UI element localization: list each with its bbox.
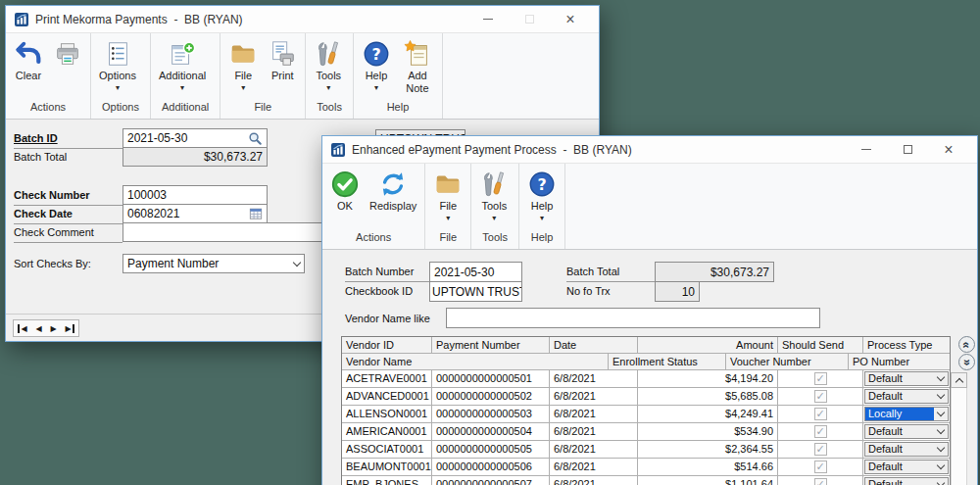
folder-icon — [433, 170, 463, 199]
check-date-field[interactable]: 06082021 — [122, 204, 268, 223]
file-button[interactable]: File ▾ — [428, 170, 467, 222]
batch-number-label: Batch Number — [345, 262, 429, 282]
group-label-actions: Actions — [325, 229, 421, 249]
check-number-field[interactable]: 100003 — [122, 185, 268, 205]
record-previous-icon[interactable]: ◀ — [35, 324, 41, 333]
table-row[interactable]: ADVANCED0001 0000000000000502 6/8/2021 $… — [342, 388, 950, 406]
group-label-tools: Tools — [309, 99, 350, 119]
ribbon-group-file: File ▾ File — [425, 164, 471, 249]
double-chevron-up-button[interactable]: « — [958, 336, 975, 353]
redisplay-refresh-icon — [378, 170, 408, 199]
checkbook-id-field[interactable]: UPTOWN TRUST — [429, 281, 522, 302]
add-note-button[interactable]: Add Note — [396, 39, 439, 95]
record-last-icon[interactable]: ▶ — [65, 324, 74, 333]
grid-right-rail: « « — [951, 336, 976, 485]
no-fo-trx-label: No fo Trx — [566, 281, 655, 302]
table-row[interactable]: EMP_BJONES 0000000000000507 6/8/2021 $1,… — [342, 476, 950, 485]
table-row[interactable]: AMERICAN0001 0000000000000504 6/8/2021 $… — [342, 423, 950, 441]
options-button[interactable]: Options ▾ — [94, 39, 141, 92]
maximize-button[interactable] — [887, 137, 928, 163]
minimize-button[interactable] — [467, 7, 509, 32]
additional-button[interactable]: Additional ▾ — [154, 39, 211, 92]
add-note-icon — [403, 39, 432, 69]
col-header-date: Date — [550, 337, 638, 354]
should-send-checkbox[interactable]: ✓ — [814, 478, 827, 485]
tools-button[interactable]: Tools ▾ — [309, 39, 348, 92]
close-icon: × — [944, 142, 953, 158]
table-row[interactable]: ASSOCIAT0001 0000000000000505 6/8/2021 $… — [342, 441, 950, 459]
batch-id-field[interactable]: 2021-05-30 — [122, 128, 268, 148]
should-send-checkbox[interactable]: ✓ — [814, 425, 827, 438]
magnifier-icon[interactable] — [248, 131, 263, 146]
tools-button[interactable]: Tools ▾ — [474, 170, 514, 222]
minimize-button[interactable] — [846, 137, 887, 163]
maximize-icon — [904, 145, 912, 154]
process-type-combo-selected[interactable]: Locally — [864, 407, 949, 421]
window1-titlebar: Print Mekorma Payments - BB (RYAN) × — [6, 6, 599, 33]
chevron-down-icon: ▾ — [446, 214, 450, 222]
col-header-amount: Amount — [638, 337, 778, 354]
window2-title: Enhanced ePayment Payment Process - BB (… — [352, 143, 632, 157]
should-send-checkbox[interactable]: ✓ — [814, 390, 827, 403]
batch-total-label: Batch Total — [566, 262, 655, 282]
vertical-scrollbar[interactable] — [951, 388, 967, 485]
group-label-help: Help — [522, 229, 562, 249]
calendar-icon[interactable] — [249, 207, 263, 220]
process-type-combo[interactable]: Default — [864, 477, 949, 485]
print-icon-button[interactable] — [48, 39, 87, 69]
vendor-name-like-input[interactable] — [446, 308, 820, 328]
should-send-checkbox[interactable]: ✓ — [814, 372, 827, 385]
double-chevron-down-button[interactable]: « — [958, 354, 975, 370]
window1-ribbon: Clear Actions Options ▾ Options — [6, 33, 599, 120]
ok-button[interactable]: OK — [325, 170, 365, 213]
redisplay-button[interactable]: Redisplay — [365, 170, 421, 213]
should-send-checkbox[interactable]: ✓ — [814, 461, 827, 473]
sort-checks-by-label: Sort Checks By: — [14, 254, 122, 273]
vendor-name-like-label: Vendor Name like — [345, 309, 430, 328]
record-next-icon[interactable]: ▶ — [50, 324, 56, 333]
chevron-down-icon — [934, 465, 948, 468]
ribbon-group-actions: OK Redisplay Actions — [322, 164, 425, 249]
chevron-down-icon — [294, 262, 300, 266]
group-label-additional: Additional — [154, 99, 217, 119]
payments-grid: Vendor ID Payment Number Date Amount Sho… — [341, 336, 951, 485]
table-row[interactable]: ALLENSON0001 0000000000000503 6/8/2021 $… — [342, 406, 950, 423]
clear-button[interactable]: Clear — [9, 39, 48, 82]
chevron-down-icon: ▾ — [241, 83, 245, 92]
process-type-combo[interactable]: Default — [864, 424, 949, 439]
group-label-file: File — [223, 99, 302, 119]
file-button[interactable]: File ▾ — [223, 39, 263, 92]
bar-chart-app-icon — [330, 142, 346, 158]
table-row[interactable]: ACETRAVE0001 0000000000000501 6/8/2021 $… — [342, 370, 950, 388]
scroll-up-button[interactable] — [951, 372, 967, 388]
window1-title: Print Mekorma Payments - BB (RYAN) — [35, 13, 243, 26]
record-first-icon[interactable]: ◀ — [18, 324, 26, 333]
group-label-options: Options — [94, 99, 147, 119]
group-label-file: File — [428, 229, 467, 249]
table-row[interactable]: BEAUMONT0001 0000000000000506 6/8/2021 $… — [342, 459, 950, 476]
sort-checks-by-dropdown[interactable]: Payment Number — [122, 254, 305, 273]
process-type-combo[interactable]: Default — [864, 460, 949, 474]
ribbon-group-additional: Additional ▾ Additional — [151, 33, 220, 119]
col-header-vendor-id: Vendor ID — [342, 337, 432, 354]
help-button[interactable]: ? Help ▾ — [522, 170, 562, 222]
window2-content: Batch Number 2021-05-30 Checkbook ID UPT… — [322, 250, 977, 485]
process-type-combo[interactable]: Default — [864, 371, 949, 386]
batch-id-label: Batch ID — [14, 128, 122, 149]
should-send-checkbox[interactable]: ✓ — [814, 443, 827, 456]
should-send-checkbox[interactable]: ✓ — [814, 408, 827, 420]
ok-check-icon — [330, 170, 360, 199]
maximize-icon — [525, 15, 534, 24]
chevron-down-icon — [934, 430, 948, 433]
help-icon: ? — [527, 170, 557, 199]
help-button[interactable]: ? Help ▾ — [357, 39, 396, 92]
print-button[interactable]: Print — [263, 39, 302, 82]
ribbon-group-help: ? Help ▾ Help — [519, 164, 565, 249]
process-type-combo[interactable]: Default — [864, 442, 949, 457]
maximize-button[interactable] — [509, 7, 550, 32]
close-button[interactable]: × — [928, 137, 969, 163]
print-document-icon — [268, 39, 297, 69]
process-type-combo[interactable]: Default — [864, 389, 949, 404]
batch-number-field[interactable]: 2021-05-30 — [429, 262, 522, 282]
close-button[interactable]: × — [550, 7, 591, 32]
